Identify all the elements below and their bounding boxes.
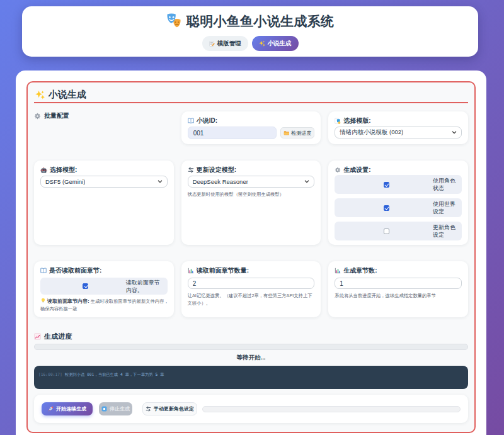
tab-bar: 模版管理 小说生成	[22, 36, 478, 51]
section-divider	[34, 102, 468, 103]
config-grid: 批量配置 小说ID:	[34, 111, 468, 317]
generation-settings-label-row: 生成设置:	[335, 166, 462, 174]
read-previous-label: 是否读取前面章节:	[49, 266, 101, 275]
model-card: 选择模型: DSF5 (Gemini)	[34, 161, 174, 245]
chapter-count-label: 生成章节数:	[343, 266, 377, 275]
stop-generation-button[interactable]: 停止生成	[99, 402, 132, 415]
stop-icon	[101, 406, 107, 412]
stop-generation-label: 停止生成	[110, 405, 130, 412]
previous-count-label: 读取前面章节数量:	[197, 266, 249, 275]
app-header: 聪明小鱼鱼小说生成系统 模版管理 小说生成	[22, 6, 478, 57]
tab-template-management[interactable]: 模版管理	[202, 36, 248, 51]
chart-increasing-icon	[34, 333, 41, 340]
bar-chart-icon	[188, 268, 194, 274]
batch-config-label: 批量配置	[34, 111, 174, 120]
update-model-label: 更新设定模型:	[197, 166, 236, 174]
read-previous-checkbox[interactable]	[83, 283, 88, 289]
log-timestamp: [16:00:17]	[38, 372, 62, 376]
open-book-icon	[188, 118, 194, 124]
swap-arrows-icon	[146, 406, 151, 412]
use-world-setting-row: 使用世界设定	[335, 198, 462, 217]
read-previous-option-label: 读取前面章节内容。	[126, 279, 164, 294]
novel-id-label-row: 小说ID:	[188, 117, 315, 125]
checkbox-zone	[340, 229, 433, 234]
theater-masks-icon	[166, 13, 182, 29]
update-model-select[interactable]: DeepSeek Reasoner	[188, 176, 315, 188]
template-select-value: 情绪内核小说模板 (002)	[340, 128, 403, 137]
template-label-row: 选择模版:	[335, 117, 462, 125]
model-label: 选择模型:	[50, 166, 77, 174]
chapter-count-input[interactable]	[335, 278, 462, 289]
memo-icon	[209, 41, 215, 47]
template-select[interactable]: 情绪内核小说模板 (002)	[335, 127, 462, 138]
novel-id-input[interactable]	[188, 127, 277, 139]
model-select[interactable]: DSF5 (Gemini)	[40, 176, 168, 188]
start-generation-label: 开始连续生成	[56, 405, 86, 412]
checkbox-zone	[340, 205, 433, 211]
update-model-label-row: 更新设定模型:	[188, 166, 315, 174]
open-book-icon	[40, 268, 47, 274]
use-world-setting-label: 使用世界设定	[433, 200, 458, 215]
previous-count-input[interactable]	[188, 278, 315, 289]
novel-id-row: 检测进度	[188, 127, 315, 139]
update-character-setting-checkbox[interactable]	[384, 229, 389, 234]
main-container: 小说生成 批量配置	[16, 71, 486, 435]
read-previous-card: 是否读取前面章节: 读取前面章节内容。 读取前面章节内容: 生成时读取前面章节的…	[34, 261, 174, 317]
read-previous-hint: 读取前面章节内容: 生成时读取前面章节的最新文件内容，确保内容衔接一致	[40, 298, 172, 313]
previous-count-label-row: 读取前面章节数量:	[188, 267, 315, 274]
chevron-down-icon	[452, 131, 457, 134]
swap-arrows-icon	[188, 167, 194, 173]
manual-update-character-button[interactable]: 手动更新角色设定	[142, 402, 197, 415]
read-previous-hint-bold: 读取前面章节内容:	[47, 298, 89, 304]
section-title-row: 小说生成	[34, 89, 468, 99]
chapter-count-card: 生成章节数: 系统将从当前进度开始，连续生成指定数量的章节	[328, 261, 468, 317]
novel-id-label: 小说ID:	[197, 116, 217, 125]
log-message: 章	[158, 372, 164, 376]
chevron-down-icon	[304, 180, 309, 183]
tab-generation-label: 小说生成	[268, 40, 292, 48]
gear-icon	[335, 167, 341, 173]
update-character-setting-row: 更新角色设定	[335, 222, 462, 240]
update-model-hint: 状态更新时使用的模型（留空则使用生成模型）	[188, 191, 315, 198]
section-title: 小说生成	[49, 89, 86, 99]
start-generation-button[interactable]: 开始连续生成	[42, 402, 93, 415]
progress-status: 等待开始...	[34, 354, 468, 361]
generation-settings-card: 生成设置: 使用角色状态 使用世界设定 更新角色设定	[328, 161, 468, 245]
use-character-state-row: 使用角色状态	[335, 175, 462, 194]
gear-icon	[34, 113, 41, 120]
robot-icon	[40, 167, 47, 174]
progress-bar	[34, 344, 468, 350]
template-card: 选择模版: 情绪内核小说模板 (002)	[328, 111, 468, 144]
log-console[interactable]: [16:00:17] 检测到小说 001，当前已生成 4 章，下一章为第 5 章	[34, 366, 468, 389]
chapter-count-hint: 系统将从当前进度开始，连续生成指定数量的章节	[335, 292, 462, 300]
model-select-value: DSF5 (Gemini)	[45, 178, 85, 185]
model-label-row: 选择模型:	[40, 166, 168, 174]
generation-settings-label: 生成设置:	[343, 166, 370, 174]
update-progress-bar	[202, 406, 461, 412]
check-progress-label: 检测进度	[291, 130, 311, 137]
action-button-bar: 开始连续生成 停止生成 手动更新角色设定	[34, 395, 468, 423]
tab-template-label: 模版管理	[217, 40, 241, 48]
progress-heading: 生成进度	[34, 332, 468, 340]
chevron-down-icon	[158, 180, 163, 183]
folder-icon	[284, 130, 289, 136]
checkbox-zone	[45, 283, 126, 289]
update-character-setting-label: 更新角色设定	[433, 223, 458, 239]
sparkles-icon	[35, 90, 45, 99]
read-previous-row: 读取前面章节内容。	[40, 278, 168, 295]
use-character-state-checkbox[interactable]	[384, 182, 389, 188]
use-character-state-label: 使用角色状态	[433, 177, 458, 192]
rocket-icon	[48, 406, 54, 412]
chapter-count-label-row: 生成章节数:	[335, 267, 462, 274]
use-world-setting-checkbox[interactable]	[384, 205, 389, 211]
lightbulb-icon	[40, 298, 46, 303]
check-progress-button[interactable]: 检测进度	[280, 127, 314, 138]
update-model-card: 更新设定模型: DeepSeek Reasoner 状态更新时使用的模型（留空则…	[181, 161, 321, 245]
read-previous-label-row: 是否读取前面章节:	[40, 267, 168, 274]
tab-novel-generation[interactable]: 小说生成	[252, 36, 299, 51]
checkbox-zone	[340, 182, 433, 188]
title-row: 聪明小鱼鱼小说生成系统	[22, 13, 478, 30]
previous-count-hint: 让AI记忆更连贯。（建议不超过2章，有些第三方API支持上下文较小）。	[188, 292, 315, 307]
sparkles-icon	[259, 40, 265, 47]
log-message: 检测到小说 001，当前已生成	[62, 372, 120, 376]
